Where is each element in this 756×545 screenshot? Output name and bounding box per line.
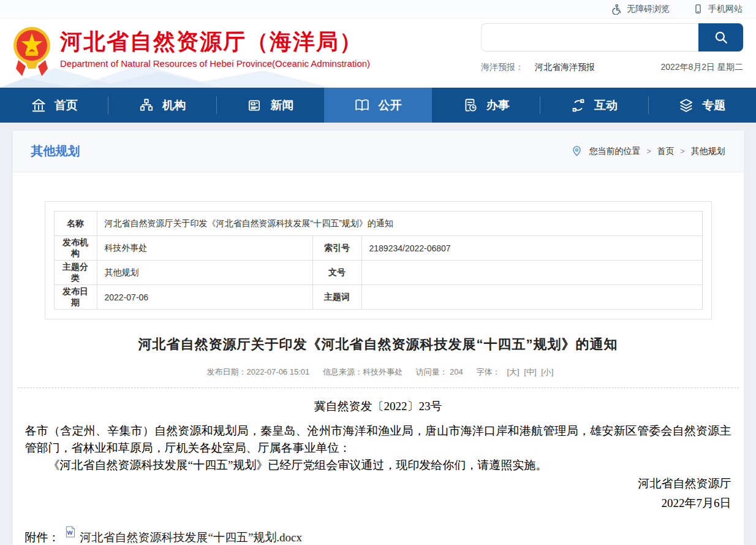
nav-item-news[interactable]: 新闻 [216, 88, 324, 123]
svg-text:W: W [67, 529, 72, 536]
info-value-docno [361, 261, 702, 285]
font-medium-button[interactable]: [中] [524, 367, 536, 376]
nav-item-home[interactable]: 首页 [0, 88, 108, 123]
site-brand[interactable]: 河北省自然资源厅（海洋局） Department of Natural Reso… [12, 26, 370, 77]
location-pin-icon [571, 145, 583, 157]
info-label-date: 发布日期 [54, 285, 97, 310]
accessibility-label: 无障碍浏览 [627, 4, 670, 15]
breadcrumb-bar: 其他规划 您当前的位置 > 首页 > 其他规划 [13, 131, 744, 172]
document-body: 冀自然资发〔2022〕23号 各市（含定州、辛集市）自然资源和规划局，秦皇岛、沧… [13, 398, 744, 545]
doc-clock-icon [463, 97, 478, 113]
org-icon [138, 97, 154, 113]
nav-item-label: 新闻 [270, 97, 293, 113]
document-sign-date: 2022年7月6日 [25, 495, 731, 512]
breadcrumb-link-current[interactable]: 其他规划 [691, 146, 725, 157]
info-label-name: 名称 [54, 212, 97, 236]
nav-item-label: 公开 [378, 97, 401, 113]
breadcrumb: 您当前的位置 > 首页 > 其他规划 [571, 145, 725, 157]
document-paragraph: 各市（含定州、辛集市）自然资源和规划局，秦皇岛、沧州市海洋和渔业局，唐山市海洋口… [25, 422, 731, 457]
word-doc-icon: W [65, 526, 75, 538]
info-label-agency: 发布机构 [54, 236, 97, 261]
document-number: 冀自然资发〔2022〕23号 [25, 398, 731, 415]
news-icon [246, 97, 262, 113]
info-value-category: 其他规划 [97, 261, 312, 285]
site-header: 河北省自然资源厅（海洋局） Department of Natural Reso… [0, 18, 756, 88]
nav-item-label: 专题 [702, 97, 725, 113]
table-row: 发布日期 2022-07-06 主题词 [54, 285, 702, 310]
search-button[interactable] [698, 23, 743, 51]
info-source: 信息来源：科技外事处 [323, 367, 403, 376]
phone-icon [693, 4, 703, 14]
accessibility-icon [611, 4, 622, 15]
search-input[interactable] [481, 23, 698, 51]
search-icon [713, 29, 729, 45]
top-utility-bar: 无障碍浏览 手机网站 [0, 0, 756, 18]
current-date: 2022年8月2日 星期二 [660, 62, 743, 73]
breadcrumb-separator: > [646, 147, 651, 156]
home-icon [31, 97, 47, 113]
nav-item-topics[interactable]: 专题 [648, 88, 756, 123]
search-area: 海洋预报： 河北省海洋预报 2022年8月2日 星期二 [481, 23, 743, 73]
info-value-name: 河北省自然资源厅关于印发《河北省自然资源科技发展“十四五”规划》的通知 [97, 212, 702, 236]
nav-item-services[interactable]: 办事 [432, 88, 540, 123]
site-title: 河北省自然资源厅（海洋局） [60, 28, 370, 55]
main-nav: 首页 机构 新闻 公开 [0, 88, 756, 123]
document-info-box: 名称 河北省自然资源厅关于印发《河北省自然资源科技发展“十四五”规划》的通知 发… [45, 201, 712, 319]
content-card: 其他规划 您当前的位置 > 首页 > 其他规划 名称 河北省自然资源厅关于印发《… [13, 131, 744, 545]
font-size-label: 字体： [476, 367, 500, 376]
article-meta: 发布日期：2022-07-06 15:01 信息来源：科技外事处 访问量： 20… [13, 367, 744, 378]
table-row: 发布机构 科技外事处 索引号 2189234/2022-06807 [54, 236, 702, 261]
forecast-link[interactable]: 河北省海洋预报 [535, 62, 595, 73]
article-title: 河北省自然资源厅关于印发《河北省自然资源科技发展“十四五”规划》的通知 [13, 335, 744, 354]
divider [18, 387, 739, 388]
font-small-button[interactable]: [小] [541, 367, 553, 376]
book-icon [354, 97, 370, 113]
info-label-docno: 文号 [312, 261, 361, 285]
cycle-icon [570, 97, 586, 113]
info-value-index: 2189234/2022-06807 [361, 236, 702, 261]
publish-date: 发布日期：2022-07-06 15:01 [207, 367, 310, 376]
info-label-category: 主题分类 [54, 261, 97, 285]
table-row: 主题分类 其他规划 文号 [54, 261, 702, 285]
attachment-row: 附件： W 河北省自然资源科技发展“十四五”规划.docx [25, 529, 731, 545]
breadcrumb-separator: > [680, 147, 684, 156]
nav-item-interaction[interactable]: 互动 [540, 88, 648, 123]
page-title: 其他规划 [31, 143, 80, 159]
nav-item-org[interactable]: 机构 [108, 88, 216, 123]
nav-item-label: 互动 [594, 97, 618, 113]
mobile-site-link[interactable]: 手机网站 [693, 4, 743, 15]
national-emblem-logo [12, 26, 51, 77]
breadcrumb-location-label: 您当前的位置 [589, 146, 640, 157]
info-label-index: 索引号 [312, 236, 361, 261]
forecast-label: 海洋预报： [481, 62, 524, 73]
document-info-table: 名称 河北省自然资源厅关于印发《河北省自然资源科技发展“十四五”规划》的通知 发… [54, 211, 703, 310]
site-subtitle: Department of Natural Resources of Hebei… [60, 58, 370, 69]
attachment-link[interactable]: 河北省自然资源科技发展“十四五”规划.docx [80, 529, 303, 545]
layers-icon [678, 97, 694, 113]
accessibility-link[interactable]: 无障碍浏览 [611, 4, 670, 15]
font-large-button[interactable]: [大] [507, 367, 519, 376]
info-value-date: 2022-07-06 [97, 285, 312, 310]
nav-item-label: 办事 [486, 97, 510, 113]
attachment-label: 附件： [25, 529, 60, 545]
info-label-keywords: 主题词 [312, 285, 361, 310]
visit-count: 访问量： 204 [416, 367, 463, 376]
info-value-keywords [361, 285, 702, 310]
nav-item-label: 首页 [55, 97, 78, 113]
mobile-site-label: 手机网站 [708, 4, 743, 15]
document-signature: 河北省自然资源厅 [25, 475, 731, 492]
info-value-agency: 科技外事处 [97, 236, 312, 261]
breadcrumb-link-home[interactable]: 首页 [657, 146, 674, 157]
table-row: 名称 河北省自然资源厅关于印发《河北省自然资源科技发展“十四五”规划》的通知 [54, 212, 702, 236]
document-paragraph: 《河北省自然资源科技发展“十四五”规划》已经厅党组会审议通过，现印发给你们，请遵… [25, 457, 731, 474]
nav-item-label: 机构 [162, 97, 186, 113]
nav-item-public[interactable]: 公开 [324, 88, 432, 123]
